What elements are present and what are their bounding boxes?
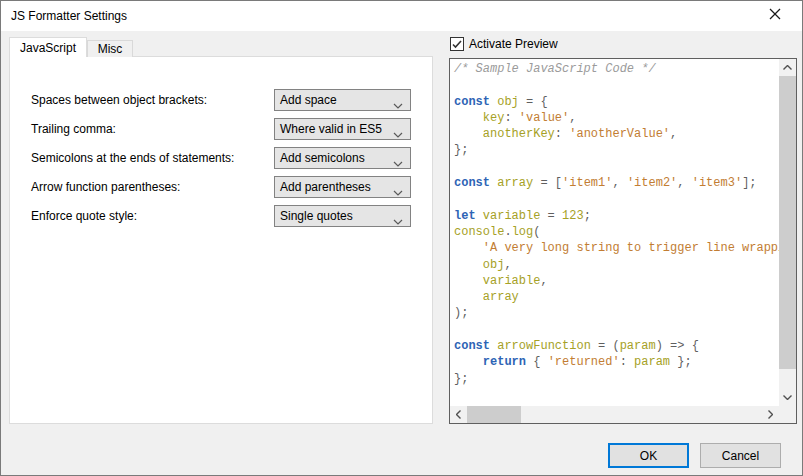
semicolons-select[interactable]: Add semicolons xyxy=(274,147,411,169)
tab-javascript-label: JavaScript xyxy=(20,41,76,55)
ok-button[interactable]: OK xyxy=(608,443,689,468)
checkbox-checked-icon xyxy=(450,37,464,51)
row-enforce-quote-style: Enforce quote style: Single quotes xyxy=(10,205,432,227)
close-icon xyxy=(769,8,781,23)
title-bar: JS Formatter Settings xyxy=(1,1,802,31)
code-content: /* Sample JavaScript Code */ const obj =… xyxy=(450,59,779,406)
scroll-up-icon[interactable] xyxy=(779,59,796,76)
chevron-down-icon xyxy=(393,127,403,141)
activate-preview-label: Activate Preview xyxy=(469,37,558,51)
activate-preview-checkbox[interactable]: Activate Preview xyxy=(450,36,558,52)
scroll-down-icon[interactable] xyxy=(779,389,796,406)
chevron-down-icon xyxy=(393,98,403,112)
chevron-down-icon xyxy=(393,156,403,170)
row-trailing-comma: Trailing comma: Where valid in ES5 xyxy=(10,118,432,140)
scroll-left-icon[interactable] xyxy=(450,406,467,423)
scrollbar-corner xyxy=(779,406,796,423)
code-preview-panel: /* Sample JavaScript Code */ const obj =… xyxy=(449,58,797,424)
row-semicolons: Semicolons at the ends of statements: Ad… xyxy=(10,147,432,169)
spaces-between-object-brackets-select[interactable]: Add space xyxy=(274,89,411,111)
tab-javascript[interactable]: JavaScript xyxy=(9,37,87,57)
enforce-quote-style-select[interactable]: Single quotes xyxy=(274,205,411,227)
selected-value: Single quotes xyxy=(280,209,353,223)
chevron-down-icon xyxy=(393,185,403,199)
chevron-down-icon xyxy=(393,214,403,228)
selected-value: Where valid in ES5 xyxy=(280,122,382,136)
selected-value: Add parentheses xyxy=(280,180,371,194)
close-button[interactable] xyxy=(754,1,796,30)
tab-misc[interactable]: Misc xyxy=(87,40,133,57)
enforce-quote-style-label: Enforce quote style: xyxy=(31,205,137,227)
row-spaces-between-object-brackets: Spaces between object brackets: Add spac… xyxy=(10,89,432,111)
selected-value: Add space xyxy=(280,93,337,107)
js-formatter-settings-dialog: JS Formatter Settings JavaScript Misc Sp… xyxy=(0,0,803,476)
trailing-comma-select[interactable]: Where valid in ES5 xyxy=(274,118,411,140)
horizontal-scrollbar[interactable] xyxy=(450,406,779,423)
arrow-function-parentheses-select[interactable]: Add parentheses xyxy=(274,176,411,198)
semicolons-label: Semicolons at the ends of statements: xyxy=(31,147,234,169)
row-arrow-function-parentheses: Arrow function parentheses: Add parenthe… xyxy=(10,176,432,198)
horizontal-scrollbar-thumb[interactable] xyxy=(467,406,521,423)
window-title: JS Formatter Settings xyxy=(11,1,127,31)
spaces-between-object-brackets-label: Spaces between object brackets: xyxy=(31,89,207,111)
javascript-settings-panel: Spaces between object brackets: Add spac… xyxy=(9,56,433,424)
trailing-comma-label: Trailing comma: xyxy=(31,118,116,140)
scroll-right-icon[interactable] xyxy=(762,406,779,423)
tab-misc-label: Misc xyxy=(98,42,123,56)
selected-value: Add semicolons xyxy=(280,151,365,165)
vertical-scrollbar[interactable] xyxy=(779,59,796,406)
cancel-button[interactable]: Cancel xyxy=(700,443,781,468)
vertical-scrollbar-thumb[interactable] xyxy=(779,76,796,369)
arrow-function-parentheses-label: Arrow function parentheses: xyxy=(31,176,180,198)
